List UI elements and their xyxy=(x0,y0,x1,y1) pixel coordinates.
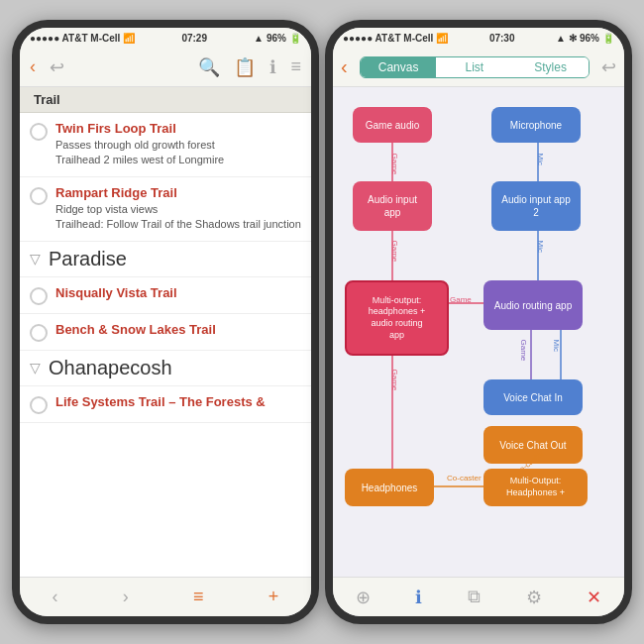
diagram-canvas[interactable]: Game audio Microphone Game Mic Audio inp… xyxy=(333,87,624,577)
back-button-left[interactable]: ‹ xyxy=(30,56,36,77)
list-item[interactable]: Rampart Ridge Trail Ridge top vista view… xyxy=(20,177,311,242)
label-game-4: Game xyxy=(390,370,399,391)
close-button-right[interactable]: ✕ xyxy=(587,587,601,608)
group-title-paradise: Paradise xyxy=(49,248,127,270)
trail-name: Life Systems Trail – The Forests & xyxy=(55,394,266,409)
tab-styles[interactable]: Styles xyxy=(512,57,589,77)
node-microphone[interactable]: Microphone xyxy=(491,107,581,143)
status-bar-right: ●●●●● AT&T M-Cell 📶 07:30 ▲ ✻ 96% 🔋 xyxy=(333,28,624,48)
trail-content: Rampart Ridge Trail Ridge top vista view… xyxy=(55,185,301,233)
label-mic-2: Mic xyxy=(536,241,545,253)
trail-radio[interactable] xyxy=(30,187,48,205)
signal-icon-left: ▲ xyxy=(254,33,264,44)
trail-desc: Passes through old growth forestTrailhea… xyxy=(55,138,224,168)
time-left: 07:29 xyxy=(181,33,207,44)
group-title-ohanapecosh: Ohanapecosh xyxy=(49,357,172,379)
trail-name: Bench & Snow Lakes Trail xyxy=(55,322,216,337)
trail-name: Nisqually Vista Trail xyxy=(55,285,177,300)
node-multi-output2[interactable]: Multi-Output: Headphones + xyxy=(483,469,588,506)
node-game-audio[interactable]: Game audio xyxy=(353,107,432,143)
back-button-right[interactable]: ‹ xyxy=(341,55,348,78)
node-multi-output[interactable]: Multi-output:headphones +audio routingap… xyxy=(345,280,449,356)
node-audio-routing[interactable]: Audio routing app xyxy=(483,280,583,330)
label-mic-1: Mic xyxy=(536,154,545,165)
list-item[interactable]: Bench & Snow Lakes Trail xyxy=(20,314,311,351)
trail-radio[interactable] xyxy=(30,287,48,305)
add-shape-button[interactable]: ⊕ xyxy=(356,587,371,608)
label-mic-3: Mic xyxy=(552,340,561,352)
carrier-left: ●●●●● AT&T M-Cell 📶 xyxy=(30,33,135,44)
list-item[interactable]: Twin Firs Loop Trail Passes through old … xyxy=(20,113,311,177)
info-button-left[interactable]: ℹ xyxy=(269,56,276,78)
signal-icon-right: ▲ xyxy=(556,33,566,44)
settings-button[interactable]: ⚙ xyxy=(526,587,542,608)
carrier-text: ●●●●● AT&T M-Cell xyxy=(30,33,120,44)
section-header: Trail xyxy=(20,87,311,113)
list-item[interactable]: Life Systems Trail – The Forests & xyxy=(20,386,311,423)
trail-desc: Ridge top vista viewsTrailhead: Follow T… xyxy=(55,202,301,233)
diagram-toolbar: ‹ Canvas List Styles ↩ xyxy=(333,48,624,87)
trail-list: Twin Firs Loop Trail Passes through old … xyxy=(20,113,311,577)
time-right: 07:30 xyxy=(489,33,515,44)
prev-button[interactable]: ‹ xyxy=(53,587,58,607)
duplicate-button[interactable]: ⧉ xyxy=(468,587,481,607)
trail-radio[interactable] xyxy=(30,396,48,414)
trail-name: Rampart Ridge Trail xyxy=(55,185,301,200)
node-voice-chat-in[interactable]: Voice Chat In xyxy=(483,379,583,415)
next-button[interactable]: › xyxy=(123,587,129,607)
wifi-icon: 📶 xyxy=(123,33,135,44)
label-game-horiz: Game xyxy=(450,295,472,304)
battery-icon-left: 🔋 xyxy=(289,33,301,44)
wifi-icon-right: 📶 xyxy=(436,33,448,44)
phone-right: ●●●●● AT&T M-Cell 📶 07:30 ▲ ✻ 96% 🔋 ‹ Ca… xyxy=(325,20,632,624)
doc-button-left[interactable]: 📋 xyxy=(234,56,256,78)
bluetooth-icon: ✻ xyxy=(569,33,577,44)
trail-name: Twin Firs Loop Trail xyxy=(55,121,224,136)
list-view-button[interactable]: ≡ xyxy=(193,587,204,607)
battery-text-left: 96% xyxy=(267,33,286,44)
trail-radio[interactable] xyxy=(30,123,48,141)
battery-left: ▲ 96% 🔋 xyxy=(254,33,301,44)
chevron-down-icon: ▽ xyxy=(30,360,41,376)
chevron-down-icon: ▽ xyxy=(30,251,41,267)
diagram-bottom: ⊕ ℹ ⧉ ⚙ ✕ xyxy=(333,577,624,616)
node-audio-input-app[interactable]: Audio input app xyxy=(353,181,432,231)
phone-left: ●●●●● AT&T M-Cell 📶 07:29 ▲ 96% 🔋 ‹ ↩ 🔍 … xyxy=(12,20,319,624)
label-game-2: Game xyxy=(390,241,399,263)
label-co-caster-2: Co-caster xyxy=(447,474,482,483)
bottom-nav-left: ‹ › ≡ + xyxy=(20,577,311,616)
trail-radio[interactable] xyxy=(30,324,48,342)
status-bar-left: ●●●●● AT&T M-Cell 📶 07:29 ▲ 96% 🔋 xyxy=(20,28,311,48)
node-headphones[interactable]: Headphones xyxy=(345,469,434,506)
tab-list[interactable]: List xyxy=(436,57,512,77)
node-audio-input-app2[interactable]: Audio input app 2 xyxy=(491,181,581,231)
carrier-text-right: ●●●●● AT&T M-Cell xyxy=(343,33,433,44)
group-header-paradise[interactable]: ▽ Paradise xyxy=(20,242,311,277)
label-game-1: Game xyxy=(390,154,399,175)
label-game-3: Game xyxy=(519,340,528,362)
tab-group: Canvas List Styles xyxy=(360,56,590,78)
undo-button-right[interactable]: ↩ xyxy=(601,56,616,78)
toolbar-left: ‹ ↩ 🔍 📋 ℹ ≡ xyxy=(20,48,311,87)
trail-content: Twin Firs Loop Trail Passes through old … xyxy=(55,121,224,168)
group-header-ohanapecosh[interactable]: ▽ Ohanapecosh xyxy=(20,351,311,386)
info-button-right[interactable]: ℹ xyxy=(415,587,422,608)
list-item[interactable]: Nisqually Vista Trail xyxy=(20,277,311,314)
battery-icon-right: 🔋 xyxy=(602,33,614,44)
list-button-left[interactable]: ≡ xyxy=(290,56,301,77)
add-button[interactable]: + xyxy=(268,587,279,607)
search-button-left[interactable]: 🔍 xyxy=(198,56,220,78)
battery-text-right: 96% xyxy=(580,33,599,44)
tab-canvas[interactable]: Canvas xyxy=(361,57,437,77)
undo-button-left[interactable]: ↩ xyxy=(50,56,64,78)
